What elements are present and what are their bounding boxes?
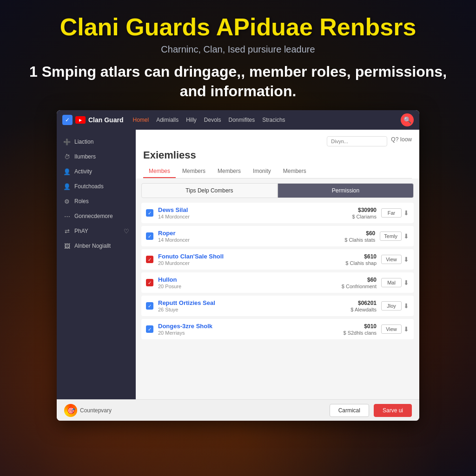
arrow-down-icon-2[interactable]: ⬇: [403, 256, 409, 263]
sidebar-item-activity[interactable]: 👤 Activity: [57, 164, 136, 179]
main-content: ➕ Liaction ⏱ Ilumbers 👤 Activity 👤 Foutc…: [57, 130, 419, 399]
image-icon: 🖼: [63, 242, 71, 250]
member-checkbox-1[interactable]: ✓: [146, 232, 153, 240]
member-action-5: View ⬇: [381, 324, 409, 334]
nav-link-5[interactable]: Donmifites: [229, 117, 255, 123]
sidebar: ➕ Liaction ⏱ Ilumbers 👤 Activity 👤 Foutc…: [57, 130, 136, 399]
shield-icon: ✓: [62, 115, 73, 125]
member-row: ✓ Roper 14 Mordoncer $60 $ Clahis stats …: [141, 226, 414, 246]
member-checkbox-0[interactable]: ✓: [146, 209, 153, 217]
tab-members-5[interactable]: Members: [278, 165, 312, 178]
member-name-3: Hullon: [158, 276, 330, 283]
sidebar-item-roles[interactable]: ⚙ Roles: [57, 194, 136, 209]
tab-imonity[interactable]: Imonity: [247, 165, 277, 178]
member-info-4: Reputt Ortizies Seal 26 Stuye: [158, 299, 330, 312]
sidebar-item-phay[interactable]: ⇄ PhAY ♡: [57, 224, 136, 238]
nav-links: Homel Adimialls Hilly Devols Donmifites …: [132, 117, 397, 123]
permission-button[interactable]: Permission: [278, 183, 414, 198]
content-header: Q? Ioow Exiemliess Membes Members Member…: [136, 130, 419, 178]
member-checkbox-5[interactable]: ✓: [146, 325, 153, 333]
member-action-3: Mal ⬇: [381, 278, 409, 287]
subtitle: Charninc, Clan, Ised pursiure leadure: [161, 44, 315, 55]
footer-logo-label: Countepvary: [80, 407, 112, 414]
shuffle-icon: ⇄: [63, 227, 71, 235]
sidebar-item-gonnecdemore[interactable]: ⋯ Gonnecdemore: [57, 209, 136, 224]
search-input[interactable]: [327, 136, 387, 146]
person2-icon: 👤: [63, 183, 71, 190]
member-stats-2: $610 $ Clahis shap: [335, 253, 377, 266]
plus-icon: ➕: [63, 138, 71, 145]
arrow-down-icon-4[interactable]: ⬇: [403, 302, 409, 310]
heart-icon: ♡: [124, 228, 129, 235]
member-checkbox-2[interactable]: ✓: [146, 256, 153, 263]
sidebar-item-liaction[interactable]: ➕ Liaction: [57, 134, 136, 149]
member-amount-1: $60: [333, 230, 375, 237]
action-tag-1[interactable]: Temly: [380, 231, 402, 241]
action-tag-2[interactable]: View: [381, 255, 402, 264]
action-tag-3[interactable]: Mal: [381, 278, 402, 287]
arrow-down-icon-1[interactable]: ⬇: [403, 232, 409, 240]
member-stats-0: $30990 $ Clariams: [335, 207, 377, 219]
page-container: Clani Guards APiduae Renbsrs Charninc, C…: [0, 0, 476, 476]
member-info-3: Hullon 20 Posure: [158, 276, 330, 289]
sidebar-label-foutchoads: Foutchoads: [74, 183, 104, 190]
nav-link-home[interactable]: Homel: [132, 117, 149, 123]
arrow-down-icon-0[interactable]: ⬇: [403, 209, 409, 217]
member-stats-4: $06201 $ Alewdalts: [335, 300, 377, 312]
nav-link-2[interactable]: Adimialls: [156, 117, 178, 123]
tab-members-2[interactable]: Members: [177, 165, 211, 178]
member-amount-3: $60: [335, 277, 377, 283]
member-stat2-0: $ Clariams: [335, 214, 377, 219]
cancel-button[interactable]: Carmical: [330, 404, 369, 417]
member-amount-5: $010: [335, 323, 377, 330]
member-checkbox-3[interactable]: ✓: [146, 279, 153, 286]
member-row: ✓ Dews Silal 14 Mordoncer $30990 $ Clari…: [141, 203, 414, 223]
footer-buttons: Carmical Sarve ui: [330, 404, 412, 417]
action-tag-4[interactable]: Jloy: [381, 301, 402, 311]
description: 1 Smping atlars can dringage,, member ro…: [19, 62, 457, 101]
clock-icon: ⏱: [63, 153, 71, 160]
nav-link-3[interactable]: Hilly: [186, 117, 197, 123]
member-name-5: Donges-3zre Sholk: [158, 323, 330, 330]
member-checkbox-4[interactable]: ✓: [146, 302, 153, 310]
member-sub-5: 20 Merriays: [158, 330, 330, 336]
member-sub-2: 20 Murdoncer: [158, 260, 330, 266]
youtube-icon: [75, 116, 86, 124]
member-action-1: Temly ⬇: [380, 231, 409, 241]
tab-membes[interactable]: Membes: [143, 165, 176, 178]
arrow-down-icon-3[interactable]: ⬇: [403, 279, 409, 286]
member-stat2-2: $ Clahis shap: [335, 260, 377, 266]
arrow-down-icon-5[interactable]: ⬇: [403, 325, 409, 333]
nav-brand: Clan Guard: [88, 116, 123, 124]
nav-link-6[interactable]: Stracichs: [262, 117, 285, 123]
navbar: ✓ Clan Guard Homel Adimialls Hilly Devol…: [57, 110, 419, 130]
sidebar-item-ilumbers[interactable]: ⏱ Ilumbers: [57, 149, 136, 164]
content-panel: Q? Ioow Exiemliess Membes Members Member…: [136, 130, 419, 399]
sidebar-label-phay: PhAY: [74, 228, 88, 234]
action-tag-0[interactable]: Far: [381, 208, 402, 218]
save-button[interactable]: Sarve ui: [374, 404, 412, 417]
sidebar-label-alnber: Alnber Nogiallt: [74, 243, 111, 249]
member-action-4: Jloy ⬇: [381, 301, 409, 311]
member-stat2-5: $ S2dhls clans: [335, 330, 377, 336]
action-tag-5[interactable]: View: [381, 324, 402, 334]
tab-members-3[interactable]: Members: [212, 165, 246, 178]
sidebar-item-alnber[interactable]: 🖼 Alnber Nogiallt: [57, 238, 136, 253]
member-stat2-1: $ Clahis stats: [333, 237, 375, 243]
member-amount-2: $610: [335, 253, 377, 260]
member-row: ✓ Hullon 20 Posure $60 $ Confrionment Ma…: [141, 272, 414, 293]
main-title: Clani Guards APiduae Renbsrs: [60, 14, 416, 40]
sidebar-label-gonnecdemore: Gonnecdemore: [74, 213, 113, 219]
member-stats-3: $60 $ Confrionment: [335, 277, 377, 289]
footer-logo: 🎯 Countepvary: [64, 404, 112, 417]
tips-button[interactable]: Tips Delp Combers: [141, 183, 278, 198]
member-sub-1: 14 Mordoncer: [158, 237, 329, 243]
member-name-4: Reputt Ortizies Seal: [158, 299, 330, 306]
search-button[interactable]: Q? Ioow: [391, 136, 412, 146]
app-window: ✓ Clan Guard Homel Adimialls Hilly Devol…: [57, 110, 419, 421]
sidebar-item-foutchoads[interactable]: 👤 Foutchoads: [57, 179, 136, 194]
member-amount-0: $30990: [335, 207, 377, 213]
footer-logo-icon: 🎯: [64, 404, 77, 417]
nav-link-4[interactable]: Devols: [204, 117, 221, 123]
search-nav-button[interactable]: 🔍: [401, 113, 414, 126]
